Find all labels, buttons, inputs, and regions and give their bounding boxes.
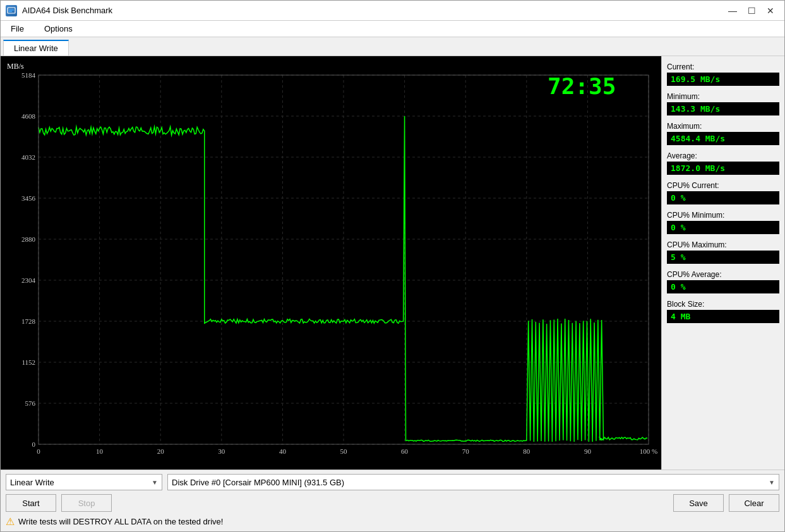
stop-button[interactable]: Stop (61, 494, 112, 512)
stat-block-size-value: 4 MB (667, 310, 779, 323)
drive-arrow: ▼ (769, 479, 775, 486)
stat-maximum-value: 4584.4 MB/s (667, 132, 779, 145)
chart-panel: MB/s 72:35 (1, 56, 661, 470)
content-area: MB/s 72:35 Current: 169.5 MB/s Minimum: … (1, 56, 784, 470)
window-controls: — ☐ ✕ (724, 4, 779, 18)
app-icon (6, 5, 17, 16)
menu-options[interactable]: Options (39, 23, 78, 35)
stat-cpu-minimum: CPU% Minimum: 0 % (667, 211, 779, 234)
stat-average: Average: 1872.0 MB/s (667, 151, 779, 175)
drive-dropdown[interactable]: Disk Drive #0 [Corsair MP600 MINI] (931.… (167, 474, 779, 490)
stat-minimum-value: 143.3 MB/s (667, 102, 779, 115)
stat-cpu-current-label: CPU% Current: (667, 181, 779, 190)
stat-maximum-label: Maximum: (667, 122, 779, 131)
window-title: AIDA64 Disk Benchmark (22, 6, 112, 15)
stat-cpu-minimum-label: CPU% Minimum: (667, 211, 779, 220)
stat-average-label: Average: (667, 151, 779, 160)
clear-button[interactable]: Clear (729, 494, 779, 512)
svg-rect-2 (9, 11, 12, 12)
stats-panel: Current: 169.5 MB/s Minimum: 143.3 MB/s … (661, 56, 784, 470)
stat-cpu-average-value: 0 % (667, 280, 779, 293)
test-type-selected: Linear Write (10, 478, 54, 487)
stat-cpu-average-label: CPU% Average: (667, 270, 779, 279)
stat-maximum: Maximum: 4584.4 MB/s (667, 122, 779, 145)
tabs-bar: Linear Write (1, 37, 784, 56)
stat-cpu-average: CPU% Average: 0 % (667, 270, 779, 293)
warning-bar: ⚠ Write tests will DESTROY ALL DATA on t… (6, 516, 779, 528)
tab-linear-write[interactable]: Linear Write (3, 40, 69, 56)
titlebar-left: AIDA64 Disk Benchmark (6, 5, 112, 16)
titlebar: AIDA64 Disk Benchmark — ☐ ✕ (1, 1, 784, 21)
main-window: AIDA64 Disk Benchmark — ☐ ✕ File Options… (0, 0, 785, 532)
save-button[interactable]: Save (673, 494, 724, 512)
menubar: File Options (1, 21, 784, 37)
test-type-arrow: ▼ (152, 479, 158, 486)
stat-current: Current: 169.5 MB/s (667, 62, 779, 86)
test-type-dropdown[interactable]: Linear Write ▼ (6, 474, 162, 490)
stat-current-value: 169.5 MB/s (667, 73, 779, 86)
minimize-button[interactable]: — (724, 4, 741, 18)
stat-cpu-maximum: CPU% Maximum: 5 % (667, 240, 779, 264)
stat-block-size: Block Size: 4 MB (667, 300, 779, 323)
start-button[interactable]: Start (6, 494, 56, 512)
maximize-button[interactable]: ☐ (743, 4, 760, 18)
menu-file[interactable]: File (6, 23, 29, 35)
bottom-area: Linear Write ▼ Disk Drive #0 [Corsair MP… (1, 470, 784, 531)
stat-minimum-label: Minimum: (667, 92, 779, 101)
drive-selected: Disk Drive #0 [Corsair MP600 MINI] (931.… (172, 478, 344, 487)
bottom-controls: Linear Write ▼ Disk Drive #0 [Corsair MP… (6, 474, 779, 490)
warning-text: Write tests will DESTROY ALL DATA on the… (18, 517, 223, 526)
stat-minimum: Minimum: 143.3 MB/s (667, 92, 779, 115)
stat-block-size-label: Block Size: (667, 300, 779, 309)
stat-average-value: 1872.0 MB/s (667, 162, 779, 175)
benchmark-chart (1, 56, 661, 470)
warning-icon: ⚠ (6, 516, 15, 528)
stat-cpu-maximum-value: 5 % (667, 251, 779, 264)
stat-current-label: Current: (667, 62, 779, 71)
stat-cpu-current: CPU% Current: 0 % (667, 181, 779, 204)
stat-cpu-maximum-label: CPU% Maximum: (667, 240, 779, 249)
close-button[interactable]: ✕ (762, 4, 779, 18)
stat-cpu-minimum-value: 0 % (667, 221, 779, 234)
button-row: Start Stop Save Clear (6, 494, 779, 512)
stat-cpu-current-value: 0 % (667, 191, 779, 204)
svg-rect-1 (9, 9, 14, 11)
